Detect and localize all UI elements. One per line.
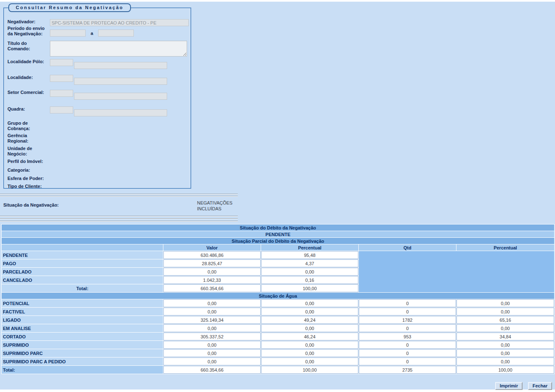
imprimir-button[interactable]: Imprimir <box>495 382 523 390</box>
quadra-code-input[interactable] <box>50 106 73 113</box>
esfera-poder-label: Esfera de Poder: <box>7 176 47 181</box>
setor-comercial-label: Setor Comercial: <box>7 90 47 95</box>
table-status-row: PENDENTE <box>2 231 554 237</box>
table-row-agua-total: Total: 660.354,66 100,00 2735 100,00 <box>2 366 554 374</box>
row-label: CANCELADO <box>2 276 163 284</box>
form-row-quadra: Quadra: <box>7 106 189 116</box>
percentual-cell: 0,00 <box>261 308 358 316</box>
table-row-pendente: PENDENTE 630.486,86 95,48 <box>2 251 554 259</box>
form-row-localidade-polo: Localidade Pólo: <box>7 59 189 69</box>
qtd-cell: 0 <box>359 357 456 365</box>
table-row-potencial: POTENCIAL 0,00 0,00 0 0,00 <box>2 299 554 307</box>
setor-comercial-controls <box>50 90 167 100</box>
tipo-cliente-label: Tipo de Cliente: <box>7 184 47 189</box>
localidade-name-input[interactable] <box>74 78 167 85</box>
qtd-cell: 0 <box>359 324 456 332</box>
footer-buttons: Imprimir Fechar <box>495 382 552 390</box>
qtd-percentual-cell: 0,00 <box>456 308 554 316</box>
localidade-polo-label: Localidade Pólo: <box>7 59 47 64</box>
table-row-suprimido-parc: SUPRIMIDO PARC 0,00 0,00 0 0,00 <box>2 349 554 357</box>
valor-cell: 0,00 <box>163 308 261 316</box>
valor-cell: 28.825,47 <box>163 259 261 267</box>
situacao-negativacao-value: NEGATIVAÇÕES INCLUÍDAS <box>197 200 240 212</box>
localidade-polo-name-input[interactable] <box>74 62 167 69</box>
percentual-cell: 95,48 <box>261 251 358 259</box>
form-row-negativador: Negativador: <box>7 19 189 26</box>
percentual-cell: 0,00 <box>261 324 358 332</box>
qtd-cell: 2735 <box>359 366 456 374</box>
categoria-label: Categoria: <box>7 168 47 173</box>
divider-line <box>0 221 238 222</box>
percentual-cell: 0,00 <box>261 268 358 276</box>
column-header-row: Valor Percentual Qtd Percentual <box>2 244 554 251</box>
setor-comercial-name-input[interactable] <box>74 93 167 100</box>
quadra-controls <box>50 106 167 116</box>
perfil-imovel-label: Perfil do Imóvel: <box>7 159 47 164</box>
valor-cell: 0,00 <box>163 349 261 357</box>
total-label: Total: <box>2 366 163 374</box>
qtd-cell: 0 <box>359 308 456 316</box>
row-label: PENDENTE <box>2 251 163 259</box>
grupo-cobranca-label: Grupo de Cobrança: <box>7 121 47 131</box>
row-label: PARCELADO <box>2 268 163 276</box>
table-row-cortado: CORTADO 305.337,52 46,24 953 34,84 <box>2 333 554 340</box>
table-title-row: Situação do Débito da Negativação <box>2 224 554 231</box>
valor-cell: 325.149,34 <box>163 316 261 324</box>
valor-cell: 0,00 <box>163 299 261 307</box>
quadra-name-input[interactable] <box>74 109 167 116</box>
qtd-percentual-cell: 0,00 <box>456 324 554 332</box>
form-row-gerencia-regional: Gerência Regional: <box>7 133 189 144</box>
periodo-separator: a <box>91 31 93 36</box>
form-row-unidade-negocio: Unidade de Negócio: <box>7 146 189 157</box>
qtd-cell: 0 <box>359 299 456 307</box>
qtd-cell: 1782 <box>359 316 456 324</box>
titulo-comando-textarea[interactable] <box>50 41 187 57</box>
agua-title: Situação de Água <box>2 293 554 299</box>
table-row-ligado: LIGADO 325.149,34 49,24 1782 65,16 <box>2 316 554 324</box>
valor-cell: 0,00 <box>163 341 261 349</box>
setor-comercial-code-input[interactable] <box>50 90 73 97</box>
form-row-esfera-poder: Esfera de Poder: <box>7 176 189 181</box>
table-status: PENDENTE <box>2 231 554 237</box>
localidade-label: Localidade: <box>7 75 47 80</box>
percentual-cell: 0,00 <box>261 357 358 365</box>
form-row-grupo-cobranca: Grupo de Cobrança: <box>7 121 189 131</box>
column-header-percentual: Percentual <box>261 244 358 251</box>
periodo-controls: a <box>50 30 134 37</box>
form-row-localidade: Localidade: <box>7 75 189 85</box>
valor-cell: 630.486,86 <box>163 251 261 259</box>
periodo-inicio-input[interactable] <box>50 30 86 37</box>
qtd-percentual-cell: 100,00 <box>456 366 554 374</box>
agua-title-row: Situação de Água <box>2 293 554 299</box>
qtd-percentual-cell: 0,00 <box>456 299 554 307</box>
periodo-fim-input[interactable] <box>98 30 134 37</box>
percentual-cell: 0,16 <box>261 276 358 284</box>
form-row-titulo-comando: Título do Comando: <box>7 41 189 57</box>
qtd-percentual-cell: 0,00 <box>456 341 554 349</box>
negativador-input[interactable] <box>50 19 189 26</box>
table-row-em-analise: EM ANALISE 0,00 0,00 0 0,00 <box>2 324 554 332</box>
valor-cell: 0,00 <box>163 357 261 365</box>
valor-cell: 0,00 <box>163 268 261 276</box>
column-header-qtd: Qtd <box>359 244 456 251</box>
divider-line <box>0 196 238 197</box>
percentual-cell: 0,00 <box>261 341 358 349</box>
row-label: LIGADO <box>2 316 163 324</box>
qtd-percentual-cell: 0,00 <box>456 349 554 357</box>
form-row-perfil-imovel: Perfil do Imóvel: <box>7 159 189 164</box>
localidade-controls <box>50 75 167 85</box>
row-label: SUPRIMIDO PARC A PEDIDO <box>2 357 163 365</box>
percentual-cell: 100,00 <box>261 366 358 374</box>
qtd-percentual-cell: 34,84 <box>456 333 554 340</box>
percentual-cell: 4,37 <box>261 259 358 267</box>
table-title: Situação do Débito da Negativação <box>2 224 554 231</box>
unidade-negocio-label: Unidade de Negócio: <box>7 146 47 157</box>
valor-cell: 1.042,33 <box>163 276 261 284</box>
fechar-button[interactable]: Fechar <box>528 382 552 390</box>
percentual-cell: 100,00 <box>261 284 358 292</box>
periodo-label: Período do envio da Negativação: <box>7 26 47 37</box>
consultar-resumo-negativacao-page: Consultar Resumo da Negativação Negativa… <box>0 0 555 392</box>
localidade-polo-code-input[interactable] <box>50 59 73 66</box>
percentual-cell: 0,00 <box>261 349 358 357</box>
localidade-code-input[interactable] <box>50 75 73 82</box>
